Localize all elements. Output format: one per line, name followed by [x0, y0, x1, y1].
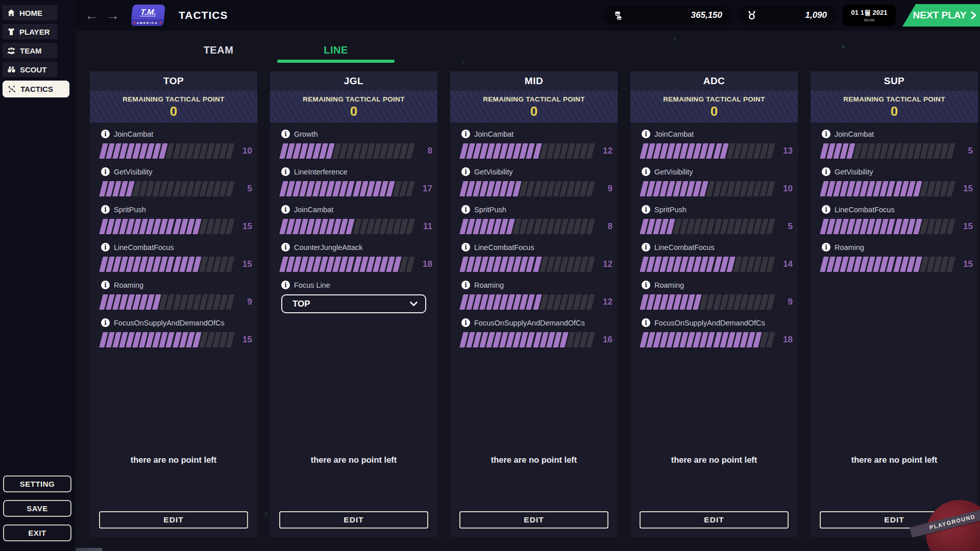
stat-name: Roaming — [114, 281, 143, 289]
stat-name: JoinCambat — [114, 130, 153, 138]
info-icon[interactable]: i — [642, 243, 650, 252]
sidebar-item-home[interactable]: HOME — [3, 5, 57, 20]
chevron-right-icon — [971, 11, 976, 19]
info-icon[interactable]: i — [281, 243, 290, 252]
stat-bar[interactable] — [642, 219, 773, 234]
logo-subtext: AMERICA — [131, 19, 164, 26]
info-icon[interactable]: i — [461, 205, 470, 214]
stat-bar[interactable] — [822, 143, 953, 159]
stat-bar[interactable] — [642, 332, 773, 347]
forward-arrow-icon[interactable]: → — [106, 9, 119, 22]
stat-bar[interactable] — [281, 257, 413, 272]
sidebar-item-tactics[interactable]: TACTICS — [3, 81, 69, 97]
tab-team[interactable]: TEAM — [160, 39, 277, 62]
stat-bar[interactable] — [281, 181, 413, 196]
stat-bar[interactable] — [101, 257, 233, 272]
edit-button[interactable]: EDIT — [459, 511, 608, 529]
setting-button[interactable]: SETTING — [3, 475, 71, 492]
stat-bar[interactable] — [642, 143, 773, 159]
info-icon[interactable]: i — [461, 167, 470, 176]
stat-bar[interactable] — [461, 257, 593, 272]
stat-bar[interactable] — [822, 219, 953, 234]
exit-button[interactable]: EXIT — [3, 524, 71, 541]
back-arrow-icon[interactable]: ← — [85, 9, 99, 22]
info-icon[interactable]: i — [642, 130, 650, 138]
stat-label-row: iFocusOnSupplyAndDemandOfCs — [101, 318, 252, 327]
info-icon[interactable]: i — [461, 318, 470, 327]
info-icon[interactable]: i — [461, 243, 470, 252]
stat-row: iRoaming9 — [642, 281, 793, 310]
stat-bar[interactable] — [101, 332, 233, 347]
sidebar-item-label: SCOUT — [20, 65, 47, 74]
remaining-value: 0 — [710, 105, 718, 118]
info-icon[interactable]: i — [281, 281, 290, 289]
stat-bar[interactable] — [101, 143, 233, 159]
stat-name: Roaming — [835, 243, 864, 252]
remaining-label: REMAINING TACTICAL POINT — [483, 95, 584, 103]
sidebar-item-scout[interactable]: SCOUT — [3, 62, 57, 77]
stat-bar[interactable] — [101, 294, 233, 310]
info-icon[interactable]: i — [101, 167, 110, 176]
edit-button[interactable]: EDIT — [279, 511, 428, 529]
info-icon[interactable]: i — [822, 243, 830, 252]
stat-bar[interactable] — [101, 181, 233, 196]
info-icon[interactable]: i — [281, 130, 290, 138]
info-icon[interactable]: i — [642, 167, 650, 176]
stat-bar[interactable] — [822, 181, 953, 196]
save-button[interactable]: SAVE — [3, 500, 71, 517]
info-icon[interactable]: i — [101, 130, 110, 138]
info-icon[interactable]: i — [822, 130, 830, 138]
stat-label-row: iCounterJungleAttack — [281, 243, 432, 252]
stat-value: 5 — [778, 221, 793, 232]
sidebar-item-team[interactable]: TEAM — [3, 43, 57, 58]
stat-bar[interactable] — [281, 219, 413, 234]
sidebar-item-player[interactable]: PLAYER — [3, 24, 57, 39]
info-icon[interactable]: i — [461, 130, 470, 138]
column-title: SUP — [811, 71, 978, 91]
stat-bar[interactable] — [822, 257, 953, 272]
focus-line-row: iFocus LineTOP — [281, 281, 432, 313]
stat-name: LineInterference — [294, 168, 348, 176]
stat-value: 12 — [598, 297, 612, 307]
medal-icon — [747, 10, 756, 20]
stat-bar[interactable] — [461, 143, 593, 159]
stat-bar[interactable] — [461, 219, 593, 234]
stat-bar[interactable] — [642, 181, 773, 196]
info-icon[interactable]: i — [101, 318, 110, 327]
stat-bar[interactable] — [642, 294, 773, 310]
stat-bar[interactable] — [461, 181, 593, 196]
stat-name: GetVisibility — [835, 168, 873, 176]
info-icon[interactable]: i — [461, 281, 470, 289]
stat-name: GetVisibility — [474, 168, 512, 176]
scout-icon — [7, 65, 16, 73]
stat-row: iLineCombatFocus12 — [461, 243, 612, 272]
stat-value: 15 — [959, 221, 973, 232]
next-play-button[interactable]: NEXT PLAY — [902, 4, 980, 27]
info-icon[interactable]: i — [642, 318, 650, 327]
info-icon[interactable]: i — [822, 167, 830, 176]
stat-label-row: iJoinCambat — [642, 130, 793, 138]
stat-value: 15 — [238, 259, 252, 269]
focus-line-dropdown[interactable]: TOP — [281, 294, 426, 313]
stat-bar[interactable] — [461, 294, 593, 310]
info-icon[interactable]: i — [281, 167, 290, 176]
stat-bar[interactable] — [642, 257, 773, 272]
info-icon[interactable]: i — [101, 243, 110, 252]
info-icon[interactable]: i — [642, 281, 650, 289]
info-icon[interactable]: i — [642, 205, 650, 214]
edit-button[interactable]: EDIT — [640, 511, 789, 529]
stat-name: JoinCambat — [654, 130, 694, 138]
stat-label-row: iJoinCambat — [822, 130, 973, 138]
stat-bar[interactable] — [101, 219, 233, 234]
remaining-tactical-point-panel: REMAINING TACTICAL POINT0 — [90, 91, 257, 122]
tab-line[interactable]: LINE — [277, 39, 395, 62]
info-icon[interactable]: i — [281, 205, 290, 214]
info-icon[interactable]: i — [101, 205, 110, 214]
stat-bar[interactable] — [461, 332, 593, 347]
info-icon[interactable]: i — [822, 205, 830, 214]
stat-bar[interactable] — [281, 143, 413, 159]
info-icon[interactable]: i — [101, 281, 110, 289]
edit-button[interactable]: EDIT — [99, 511, 248, 529]
stat-label-row: iLineCombatFocus — [642, 243, 793, 252]
stat-bar-row: 5 — [101, 181, 252, 196]
